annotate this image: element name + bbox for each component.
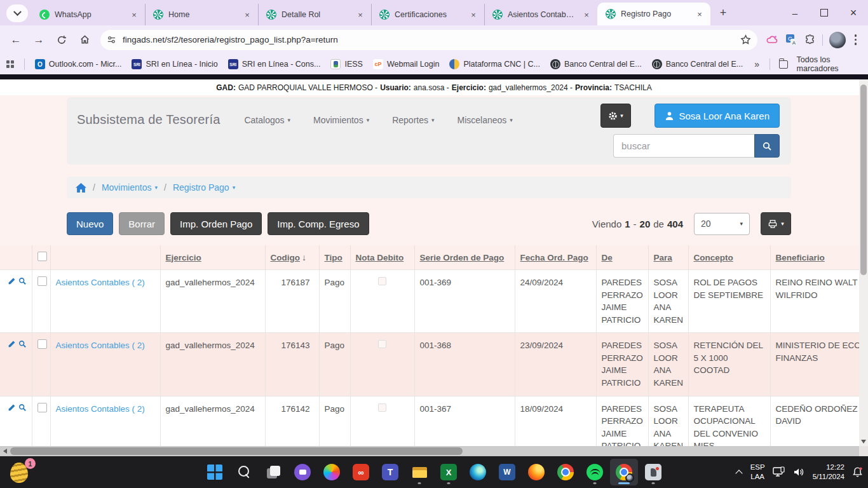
horizontal-scrollbar-thumb[interactable] (10, 447, 463, 455)
bookmark-item[interactable]: Banco Central del E... (550, 59, 642, 69)
tab-close-icon[interactable] (355, 9, 366, 20)
browser-tab[interactable]: Asientos Contables (484, 4, 597, 25)
tab-close-icon[interactable] (241, 9, 253, 20)
clock[interactable]: 12:22 5/11/2024 (813, 463, 844, 482)
column-header-ejercicio[interactable]: Ejercicio (160, 245, 265, 270)
column-header-beneficiario[interactable]: Beneficiario (770, 245, 859, 270)
nav-menu-item[interactable]: Movimientos▾ (313, 115, 369, 125)
scroll-left-arrow-icon[interactable] (3, 449, 7, 454)
row-checkbox[interactable] (37, 403, 47, 412)
search-button[interactable] (754, 134, 780, 158)
edit-pencil-icon[interactable] (8, 339, 16, 349)
search-input[interactable] (613, 134, 754, 158)
bookmarks-overflow-chevron[interactable]: » (754, 59, 759, 69)
translate-extension-icon[interactable]: GA (785, 34, 798, 46)
page-vertical-scrollbar[interactable] (859, 79, 868, 446)
column-header-codigo[interactable]: Codigo↓ (265, 245, 319, 270)
tray-chevron-up-icon[interactable] (736, 469, 743, 475)
language-indicator[interactable]: ESP LAA (750, 463, 765, 482)
browser-tab[interactable]: Home (145, 4, 258, 25)
imp-comp-egreso-button[interactable]: Imp. Comp. Egreso (268, 212, 369, 235)
forward-button[interactable]: → (28, 29, 50, 51)
view-magnifier-icon[interactable] (18, 403, 27, 412)
taskbar-app-button[interactable] (288, 459, 316, 485)
taskbar-app-button[interactable] (552, 459, 580, 485)
taskbar-app-button[interactable] (259, 459, 287, 485)
nota-debito-checkbox[interactable] (378, 340, 386, 348)
bookmark-item[interactable]: Outlook.com - Micr... (35, 59, 122, 69)
browser-tab[interactable]: Certificaciones (371, 4, 484, 25)
site-info-icon[interactable] (107, 35, 116, 44)
page-horizontal-scrollbar[interactable] (0, 446, 859, 456)
back-button[interactable]: ← (5, 29, 27, 51)
view-magnifier-icon[interactable] (18, 276, 27, 286)
row-checkbox[interactable] (37, 276, 47, 286)
all-bookmarks[interactable]: Todos los marcadores (770, 55, 862, 73)
asientos-contables-link[interactable]: Asientos Contables ( 2) (56, 341, 145, 350)
nuevo-button[interactable]: Nuevo (67, 212, 113, 235)
apps-grid-icon[interactable] (6, 60, 14, 68)
taskbar-app-button[interactable] (610, 459, 638, 485)
nota-debito-checkbox[interactable] (378, 277, 386, 285)
bookmark-item[interactable]: IESS (330, 59, 363, 69)
bookmark-item[interactable]: SRI en Línea - Cons... (228, 59, 321, 69)
page-size-select[interactable]: 20 ▾ (694, 213, 750, 235)
nav-menu-item[interactable]: Miscelaneos▾ (458, 115, 513, 125)
borrar-button[interactable]: Borrar (119, 212, 165, 235)
taskbar-app-button[interactable] (522, 459, 550, 485)
taskbar-app-button[interactable] (230, 459, 258, 485)
extensions-puzzle-icon[interactable] (804, 34, 816, 46)
scroll-down-arrow-icon[interactable] (861, 440, 866, 444)
weather-extension-icon[interactable] (766, 34, 779, 46)
browser-tab[interactable]: Registro Pago (597, 3, 710, 25)
view-magnifier-icon[interactable] (18, 339, 27, 349)
row-checkbox[interactable] (37, 339, 47, 349)
taskbar-app-button[interactable] (435, 459, 463, 485)
taskbar-app-button[interactable] (493, 459, 521, 485)
taskbar-app-button[interactable] (201, 459, 229, 485)
bookmark-item[interactable]: Webmail Login (373, 59, 439, 69)
column-header-tipo[interactable]: Tipo (319, 245, 350, 270)
bookmark-star-icon[interactable] (740, 34, 751, 45)
maximize-button[interactable] (810, 0, 839, 25)
profile-avatar[interactable] (829, 32, 846, 48)
nav-menu-item[interactable]: Catalogos▾ (244, 115, 290, 125)
tab-close-icon[interactable] (128, 9, 140, 20)
close-window-button[interactable] (839, 0, 868, 25)
bookmark-item[interactable]: SRI en Línea - Inicio (132, 59, 217, 69)
volume-icon[interactable] (793, 467, 805, 477)
user-button[interactable]: Sosa Loor Ana Karen (654, 104, 780, 128)
taskbar-app-button[interactable] (347, 459, 375, 485)
edit-pencil-icon[interactable] (8, 403, 16, 412)
taskbar-bee-app-button[interactable]: 1 (10, 461, 32, 484)
taskbar-app-button[interactable] (405, 459, 433, 485)
asientos-contables-link[interactable]: Asientos Contables ( 2) (56, 404, 145, 414)
bookmark-item[interactable]: Plataforma CNC | C... (449, 59, 540, 69)
nav-menu-item[interactable]: Reportes▾ (392, 115, 434, 125)
breadcrumb-registro-pago[interactable]: Registro Pago▾ (173, 182, 235, 193)
browser-tab[interactable]: WhatsApp (32, 4, 145, 25)
display-network-icon[interactable] (773, 466, 785, 478)
tab-search-button[interactable] (6, 4, 28, 22)
column-header-de[interactable]: De (596, 245, 648, 270)
edit-pencil-icon[interactable] (8, 276, 16, 286)
vertical-scrollbar-thumb[interactable] (860, 85, 867, 275)
browser-menu-button[interactable] (852, 32, 860, 48)
taskbar-app-button[interactable] (318, 459, 346, 485)
browser-tab[interactable]: Detalle Rol (258, 4, 371, 25)
taskbar-app-button[interactable] (464, 459, 492, 485)
column-header-nota-debito[interactable]: Nota Debito (350, 245, 414, 270)
tab-close-icon[interactable] (468, 9, 479, 20)
address-bar[interactable]: fingads.net/sf2/tesoreria/registro_pago_… (100, 30, 757, 50)
tab-close-icon[interactable] (694, 8, 705, 20)
home-breadcrumb-icon[interactable] (76, 183, 86, 193)
print-dropdown-button[interactable]: ▾ (761, 212, 791, 235)
taskbar-app-button[interactable] (639, 459, 667, 485)
imp-orden-pago-button[interactable]: Imp. Orden Pago (170, 212, 262, 235)
url-text[interactable]: fingads.net/sf2/tesoreria/registro_pago_… (123, 35, 734, 44)
column-header-para[interactable]: Para (648, 245, 688, 270)
breadcrumb-movimientos[interactable]: Movimientos▾ (102, 182, 158, 193)
bookmark-item[interactable]: Banco Central del E... (652, 59, 743, 69)
nota-debito-checkbox[interactable] (378, 403, 386, 412)
column-header-fecha[interactable]: Fecha Ord. Pago (515, 245, 596, 270)
